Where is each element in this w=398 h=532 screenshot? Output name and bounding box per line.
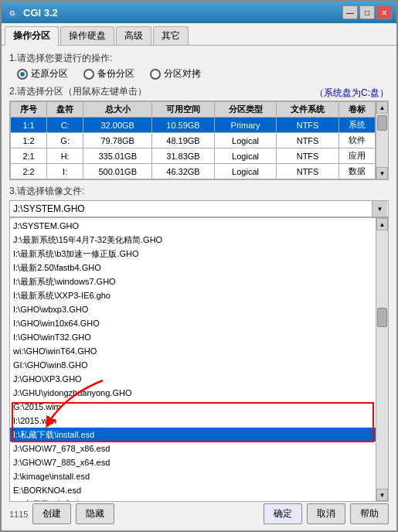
restore-radio[interactable] — [17, 69, 28, 80]
col-letter: 盘符 — [47, 102, 83, 118]
backup-label: 备份分区 — [97, 67, 134, 80]
partition-table: 序号 盘符 总大小 可用空间 分区类型 文件系统 卷标 1:1C:32.00GB… — [10, 101, 376, 179]
scroll-down-btn[interactable]: ▼ — [376, 167, 388, 179]
col-label: 卷标 — [338, 102, 375, 118]
file-item-3[interactable]: I:\最新2.50\fastb4.GHO — [10, 261, 376, 275]
partition-cell-total: 500.01GB — [83, 164, 152, 179]
restore-option[interactable]: 还原分区 — [17, 67, 68, 80]
partition-cell-num: 1:2 — [11, 133, 47, 148]
clone-radio[interactable] — [150, 69, 161, 80]
file-item-16[interactable]: J:\GHO\W7_678_x86.esd — [10, 442, 376, 455]
file-scroll-thumb[interactable] — [377, 308, 387, 327]
file-item-13[interactable]: G:\2015.wim — [10, 400, 376, 414]
scroll-thumb[interactable] — [377, 115, 387, 131]
backup-radio[interactable] — [83, 69, 94, 80]
partition-cell-num: 1:1 — [11, 118, 47, 133]
col-fs: 文件系统 — [277, 102, 339, 118]
system-disk-label: （系统盘为C:盘） — [315, 87, 389, 100]
file-list-scrollbar[interactable]: ▲ ▼ — [376, 218, 388, 501]
tab-other[interactable]: 其它 — [153, 26, 189, 45]
tab-advanced[interactable]: 高级 — [116, 26, 151, 45]
scroll-up-btn[interactable]: ▲ — [376, 101, 388, 114]
file-item-19[interactable]: E:\BORKNO4.esd — [10, 483, 376, 497]
partition-cell-free: 10.59GB — [152, 118, 215, 133]
partition-table-scrollbar[interactable]: ▲ ▼ — [376, 101, 388, 179]
file-scroll-down-btn[interactable]: ▼ — [376, 489, 388, 501]
title-bar: G CGI 3.2 — □ ✕ — [2, 2, 396, 23]
file-scroll-track[interactable] — [376, 230, 388, 489]
col-num: 序号 — [11, 102, 47, 118]
partition-cell-free: 31.83GB — [152, 148, 215, 164]
col-type: 分区类型 — [214, 102, 277, 118]
partition-cell-fs: NTFS — [277, 148, 339, 164]
window-title: CGI 3.2 — [23, 7, 342, 19]
file-item-7[interactable]: I:\GHO\win10x64.GHO — [10, 316, 376, 330]
cancel-button[interactable]: 取消 — [307, 503, 345, 524]
bottom-hint-row: 1115 创建 隐藏 确定 取消 帮助 — [9, 503, 389, 524]
ok-button[interactable]: 确定 — [264, 503, 302, 524]
file-item-9[interactable]: wi:\GHO\winT64.GHO — [10, 344, 376, 358]
partition-cell-total: 32.00GB — [83, 118, 152, 133]
backup-option[interactable]: 备份分区 — [83, 67, 134, 80]
maximize-button[interactable]: □ — [359, 5, 375, 19]
partition-cell-num: 2:1 — [11, 148, 47, 164]
file-item-17[interactable]: J:\GHO\W7_885_x64.esd — [10, 455, 376, 469]
image-file-list[interactable]: J:\SYSTEM.GHOJ:\最新系统\15年4月7-32美化精简.GHOI:… — [9, 217, 389, 502]
file-item-10[interactable]: GI:\GHO\win8.GHO — [10, 358, 376, 372]
file-item-12[interactable]: J:\GHU\yidongzhuanyong.GHO — [10, 386, 376, 400]
help-button[interactable]: 帮助 — [350, 503, 389, 524]
partition-cell-letter: G: — [47, 133, 83, 148]
partition-cell-fs: NTFS — [277, 118, 339, 133]
file-item-15[interactable]: I:\私藏下载\install.esd — [10, 428, 376, 442]
col-free: 可用空间 — [152, 102, 215, 118]
partition-cell-label: 软件 — [338, 133, 375, 148]
partition-cell-free: 46.32GB — [152, 164, 215, 179]
file-item-1[interactable]: J:\最新系统\15年4月7-32美化精简.GHO — [10, 233, 376, 247]
file-item-14[interactable]: I:\2015.wim — [10, 414, 376, 428]
partition-cell-label: 系统 — [338, 118, 375, 133]
partition-cell-free: 48.19GB — [152, 133, 215, 148]
file-item-20[interactable]: E:\大师另U盘启动\PE_UEFI.ISO — [10, 497, 376, 502]
section1-label: 1.请选择您要进行的操作: — [9, 52, 389, 65]
partition-cell-label: 数据 — [338, 164, 375, 179]
close-button[interactable]: ✕ — [376, 5, 392, 19]
tab-disk-ops[interactable]: 操作硬盘 — [60, 26, 114, 45]
file-item-5[interactable]: I:\最新系统\XXP3-IE6.gho — [10, 288, 376, 302]
section2-header: 2.请选择分区（用鼠标左键单击） （系统盘为C:盘） — [9, 85, 389, 101]
section3-label: 3.请选择镜像文件: — [9, 185, 389, 198]
file-item-6[interactable]: I:\GHO\wbxp3.GHO — [10, 302, 376, 316]
partition-cell-letter: H: — [47, 148, 83, 164]
partition-cell-num: 2:2 — [11, 164, 47, 179]
scroll-track[interactable] — [376, 114, 388, 167]
file-item-4[interactable]: I:\最新系统\windows7.GHO — [10, 275, 376, 288]
partition-cell-letter: C: — [47, 118, 83, 133]
file-item-11[interactable]: J:\GHO\XP3.GHO — [10, 372, 376, 386]
file-item-2[interactable]: I:\最新系统\b3加速一修正版.GHO — [10, 247, 376, 261]
create-button[interactable]: 创建 — [32, 503, 71, 524]
file-item-8[interactable]: I:\GHO\winT32.GHO — [10, 330, 376, 344]
clone-option[interactable]: 分区对拷 — [150, 67, 201, 80]
tab-partition-ops[interactable]: 操作分区 — [5, 26, 59, 46]
partition-cell-fs: NTFS — [277, 164, 339, 179]
section2-label: 2.请选择分区（用鼠标左键单击） — [9, 85, 147, 98]
image-dropdown[interactable]: J:\SYSTEM.GHO — [9, 200, 389, 217]
app-icon: G — [6, 6, 19, 19]
hide-button[interactable]: 隐藏 — [76, 503, 114, 524]
partition-row-3[interactable]: 2:2I:500.01GB46.32GBLogicalNTFS数据 — [11, 164, 376, 179]
partition-cell-label: 应用 — [338, 148, 375, 164]
partition-row-1[interactable]: 1:2G:79.78GB48.19GBLogicalNTFS软件 — [11, 133, 376, 148]
main-content: 1.请选择您要进行的操作: 还原分区 备份分区 分区对拷 2.请选择分区（用 — [2, 46, 396, 530]
minimize-button[interactable]: — — [342, 5, 358, 19]
operation-radio-group: 还原分区 备份分区 分区对拷 — [17, 67, 389, 80]
partition-row-0[interactable]: 1:1C:32.00GB10.59GBPrimaryNTFS系统 — [11, 118, 376, 133]
hint-number: 1115 — [9, 510, 28, 519]
col-total: 总大小 — [83, 102, 152, 118]
partition-cell-type: Primary — [214, 118, 277, 133]
file-item-0[interactable]: J:\SYSTEM.GHO — [10, 219, 376, 233]
file-item-18[interactable]: J:\kimage\install.esd — [10, 469, 376, 483]
section3: 3.请选择镜像文件: J:\SYSTEM.GHO ▼ J:\SYSTEM.GHO… — [9, 185, 389, 524]
partition-row-2[interactable]: 2:1H:335.01GB31.83GBLogicalNTFS应用 — [11, 148, 376, 164]
partition-cell-fs: NTFS — [277, 133, 339, 148]
tab-bar: 操作分区 操作硬盘 高级 其它 — [2, 23, 396, 46]
file-scroll-up-btn[interactable]: ▲ — [376, 218, 388, 230]
